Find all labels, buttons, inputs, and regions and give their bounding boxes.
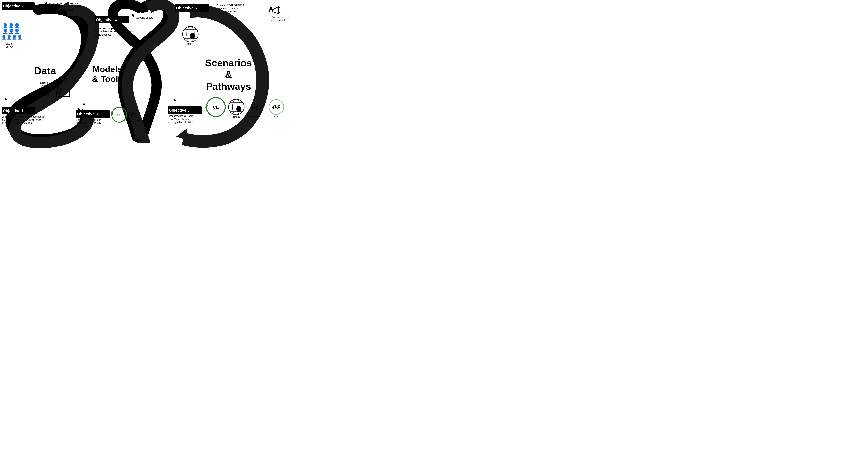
existing-db-label: Existing: [40, 82, 48, 84]
industrial-partners-label: Industrial: [58, 79, 67, 82]
obj4-desc-3: of CE practices: [95, 33, 111, 36]
svg-line-55: [279, 12, 281, 13]
svg-text:Survey: Survey: [5, 45, 13, 48]
times-label-top: TIMES: [187, 43, 194, 45]
obj2-desc: Assesing citizen behavior and: [45, 2, 79, 5]
section-models-tools-label: & Tools: [92, 74, 123, 84]
lca-label: LCA: [273, 105, 280, 109]
obj3-label: Objective 3: [77, 112, 98, 116]
section-scenarios-label: Scenarios: [205, 58, 252, 68]
obj5-desc-1: Disaggregating CE tools: [167, 115, 193, 117]
svg-marker-59: [174, 98, 176, 101]
obj3-desc-1: Closed-loop mapping of: [76, 119, 101, 121]
svg-text:engagement about CE practices: engagement about CE practices: [45, 5, 81, 8]
svg-point-67: [236, 106, 241, 112]
svg-text:Partners: Partners: [58, 82, 67, 84]
rebound-effects-label: Rebound effects: [135, 16, 153, 19]
svg-marker-8: [176, 129, 189, 141]
value-chain-label-obj3: Value Chain: [129, 119, 141, 121]
obj6-desc-2: framework towards: [217, 7, 238, 10]
citizen-survey-label: Citizen: [5, 42, 13, 45]
obj1-desc-2: materials – cement, glass, brick, wood,: [2, 119, 42, 121]
obj5-label: Objective 5: [169, 108, 190, 112]
times-label-mid: TIMES: [233, 116, 240, 118]
obj3-desc-3: value chain: [76, 125, 88, 127]
svg-marker-17: [5, 98, 7, 100]
ce-label-obj3: CE: [117, 113, 122, 117]
dissemination-label-2: communication: [272, 19, 287, 22]
dissemination-label-1: Dissemination and: [272, 16, 289, 19]
section-data-label: Data: [34, 65, 57, 77]
obj1-label: Objective 1: [3, 109, 24, 113]
people-icon-row1: 👤👤👤: [2, 23, 20, 29]
lca-text-label: LCA: [274, 115, 279, 118]
section-models-label: Models: [93, 64, 122, 74]
svg-marker-51: [273, 7, 278, 14]
svg-marker-38: [83, 102, 85, 105]
obj4-label: Objective 4: [96, 18, 117, 22]
svg-line-53: [279, 7, 281, 8]
svg-text:in the construction sector: in the construction sector: [45, 8, 73, 11]
obj4-desc-2: effects linked to the implementation: [95, 30, 133, 33]
ce-label-obj5: CE: [213, 105, 219, 110]
obj2-label: Objective 2: [3, 4, 24, 8]
svg-point-50: [190, 33, 195, 39]
value-chain-label-obj5: Value Chain: [248, 115, 259, 118]
obj3-desc-2: the construction industry: [76, 122, 101, 124]
obj1-desc-1: Critical data mining of six key construc…: [2, 116, 45, 118]
section-and-label: &: [225, 69, 232, 80]
svg-text:Databases: Databases: [39, 84, 49, 87]
svg-marker-57: [270, 7, 273, 9]
obj5-desc-2: (LCA, Value Chain and: [167, 118, 191, 121]
section-pathways-label: Pathways: [206, 81, 251, 92]
people-icon-row2: 👤👤👤: [2, 28, 20, 34]
obj4-desc-1: Quantifying potential rebound: [95, 27, 127, 30]
people-icon-row3: 👤👤👤👤: [1, 35, 23, 40]
obj1-desc-3: steel and insulation materials: [2, 122, 32, 124]
obj6-desc-1: Running CO2NSTRUCT: [217, 4, 244, 7]
obj5-desc-3: reconfiguration of TIMES): [167, 121, 194, 124]
obj6-desc-3: carbon neutrality: [217, 10, 236, 13]
obj6-label: Objective 6: [176, 6, 197, 10]
